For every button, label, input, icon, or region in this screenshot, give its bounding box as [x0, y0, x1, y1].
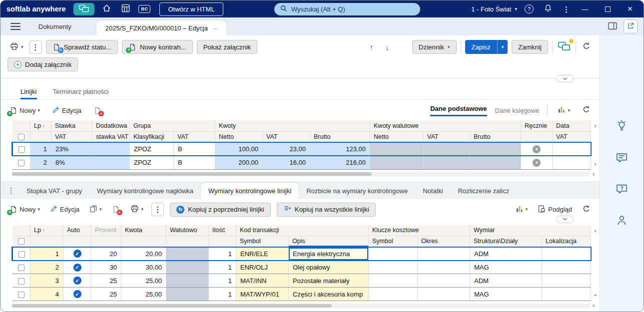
cell-recznie[interactable]: ×: [521, 142, 553, 156]
tab-document-edit[interactable]: 2025/S_FZKO/M0/000010 – Edycja –: [96, 20, 226, 35]
colgroup-kod-transakcji[interactable]: Kod transakcji: [236, 225, 369, 236]
colgroup-wymiar[interactable]: Wymiar: [470, 225, 591, 236]
col-kwota-vat[interactable]: VAT: [263, 131, 310, 142]
show-attachment-button[interactable]: Pokaż załącznik: [197, 40, 258, 54]
dims-delete-button[interactable]: ×: [110, 203, 122, 217]
cell-procent[interactable]: 25: [91, 274, 121, 288]
print-button[interactable]: ▾: [7, 40, 25, 54]
help-chat-button[interactable]: ?: [615, 182, 630, 197]
cell-ilosc[interactable]: 1: [209, 288, 236, 301]
cell-lokalizacja[interactable]: [542, 274, 591, 288]
col-lp[interactable]: Lp↑: [30, 120, 51, 131]
colgroup-kwoty-walutowe[interactable]: Kwoty walutowe: [370, 120, 521, 131]
dims-horizontal-scrollbar[interactable]: [11, 304, 590, 308]
more-options-kebab-icon[interactable]: ⋮: [563, 5, 570, 13]
cell-stawka-vat[interactable]: 23%: [51, 142, 92, 156]
chat-button[interactable]: [615, 151, 630, 166]
cell-walutowo[interactable]: [166, 261, 209, 274]
col-procent[interactable]: Procent: [91, 225, 121, 236]
preview-button[interactable]: Podgląd: [536, 203, 574, 217]
home-button[interactable]: [99, 2, 113, 15]
cell-struktura[interactable]: ADM: [470, 274, 542, 288]
row-checkbox[interactable]: [18, 278, 24, 285]
tab-wymiary-linijki[interactable]: Wymiary kontrolingowe linijki: [201, 183, 299, 199]
row-select-cell[interactable]: [12, 247, 30, 261]
cell-vat[interactable]: 23,00: [263, 142, 310, 156]
col-struktura[interactable]: Struktura\Działy: [470, 236, 542, 247]
row-select-cell[interactable]: [12, 156, 30, 169]
col-grupa-vat[interactable]: VAT: [174, 131, 215, 142]
select-all-cell[interactable]: [12, 131, 30, 142]
cell-lp[interactable]: 1: [30, 247, 63, 261]
row-expand-icon[interactable]: ‹: [595, 123, 597, 129]
cell-klucze-symbol[interactable]: [369, 288, 418, 301]
tab-linijki[interactable]: Linijki: [20, 88, 37, 99]
cell-data-vat[interactable]: [553, 156, 591, 169]
close-window-button[interactable]: ×: [623, 2, 638, 15]
cell-netto-walutowe[interactable]: [370, 142, 424, 156]
scroll-down-icon[interactable]: ‹: [593, 295, 598, 297]
scroll-right-icon[interactable]: ›: [593, 171, 595, 177]
cell-dodatkowa[interactable]: [92, 156, 130, 169]
tab-dokumenty[interactable]: Dokumenty: [28, 23, 81, 30]
table-row[interactable]: 1 23% ZPOZ B 100,00 23,00 123,00 ×: [12, 142, 591, 156]
table-row[interactable]: 1 ✓ 20 20,00 1 ENR/ELE Energia elektrycz…: [12, 247, 591, 261]
row-checkbox[interactable]: [18, 146, 25, 153]
cell-ilosc[interactable]: 1: [209, 247, 236, 261]
cell-okres[interactable]: [418, 274, 470, 288]
notifications-button[interactable]: [541, 2, 555, 15]
cell-klasyfikacji[interactable]: ZPOZ: [130, 142, 174, 156]
dims-refresh-button[interactable]: [580, 203, 593, 217]
lines-edit-button[interactable]: Edycja: [50, 103, 83, 117]
collapse-header-button[interactable]: [556, 75, 574, 82]
scroll-right-icon[interactable]: ›: [593, 303, 595, 309]
refresh-button[interactable]: [580, 40, 593, 54]
row-select-cell[interactable]: [12, 142, 30, 156]
col-stawka[interactable]: Stawka: [51, 120, 92, 131]
cell-lp[interactable]: 4: [30, 288, 63, 301]
cell-symbol[interactable]: MAT/INN: [236, 274, 289, 288]
cell-auto[interactable]: ✓: [63, 261, 91, 274]
col-walutowo[interactable]: Walutowo: [166, 225, 209, 236]
col-netto[interactable]: Netto: [215, 131, 263, 142]
journal-dropdown[interactable]: Dziennik ▾: [412, 40, 457, 54]
dims-kebab-button[interactable]: ⋮: [151, 203, 164, 216]
colgroup-kwoty[interactable]: Kwoty: [215, 120, 370, 131]
select-all-checkbox[interactable]: [18, 134, 24, 140]
colgroup-grupa[interactable]: Grupa: [130, 120, 215, 131]
cell-auto[interactable]: ✓: [63, 247, 91, 261]
view-dane-ksiegowe[interactable]: Dane księgowe: [495, 107, 540, 114]
row-select-cell[interactable]: [12, 288, 30, 301]
col-symbol-klucze[interactable]: Symbol: [369, 236, 418, 247]
lines-chart-button[interactable]: ▾: [556, 103, 572, 117]
cell-klucze-symbol[interactable]: [369, 247, 418, 261]
bc-button[interactable]: BC: [137, 2, 151, 15]
add-attachment-button[interactable]: + Dodaj załącznik: [7, 57, 78, 71]
dims-edit-button[interactable]: Edycja: [48, 203, 81, 217]
col-klasyfikacji[interactable]: Klasyfikacji: [130, 131, 174, 142]
help-button[interactable]: ?: [525, 4, 534, 13]
tab-rozliczenie[interactable]: Rozliczenie zalicz: [451, 183, 517, 199]
table-row[interactable]: 2 ✓ 30 30,00 1 ENR/OLJ Olej opałowy MAG: [12, 261, 591, 274]
cell-brutto-walutowe[interactable]: [470, 156, 521, 169]
tab-wymiary-naglowka[interactable]: Wymiary kontrolingowe nagłówka: [89, 183, 201, 199]
cell-auto[interactable]: ✓: [63, 274, 91, 288]
row-select-cell[interactable]: [12, 261, 30, 274]
view-dane-podstawowe[interactable]: Dane podstawowe: [430, 105, 487, 116]
col-okres[interactable]: Okres: [418, 236, 470, 247]
cell-walutowo[interactable]: [166, 288, 209, 301]
col-dodatkowa[interactable]: Dodatkowa: [92, 120, 130, 131]
search-input[interactable]: [291, 5, 406, 13]
cell-lokalizacja[interactable]: [542, 288, 591, 301]
tab-rozbicie[interactable]: Rozbicie na wymiary kontrolingowe: [299, 183, 415, 199]
cell-procent[interactable]: 30: [91, 261, 121, 274]
minimize-button[interactable]: —: [578, 2, 593, 15]
save-button[interactable]: Zapisz ▾: [465, 40, 508, 54]
select-all-cell[interactable]: [12, 236, 30, 247]
toolbar-kebab-button[interactable]: ⋮: [29, 40, 42, 54]
cell-stawka-vat[interactable]: 8%: [51, 156, 92, 169]
cell-lokalizacja[interactable]: [542, 261, 591, 274]
cell-netto-walutowe[interactable]: [370, 156, 424, 169]
cell-lp[interactable]: 2: [30, 261, 63, 274]
lines-delete-button[interactable]: ×: [91, 103, 103, 117]
